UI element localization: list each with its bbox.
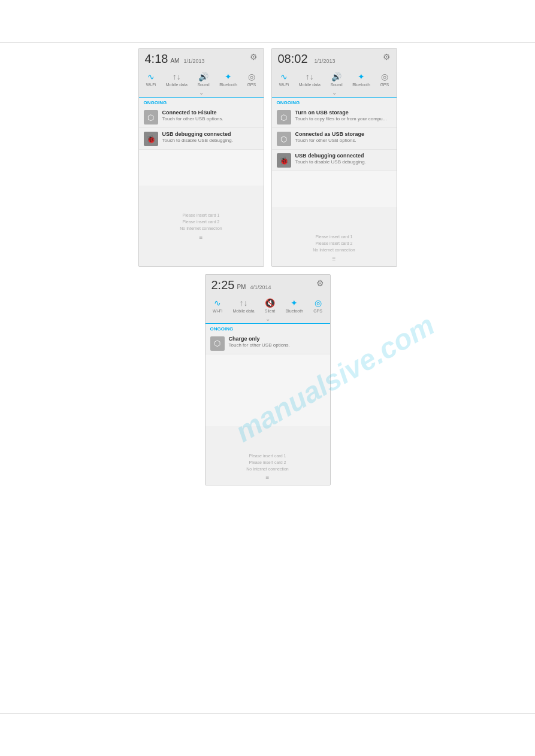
panel3-settings-icon[interactable]: ⚙ bbox=[316, 278, 324, 288]
panel3-notif-1[interactable]: ⬡ Charge only Touch for other USB option… bbox=[205, 333, 330, 354]
usb-icon-3: ⬡ bbox=[280, 113, 287, 122]
debug-icon: 🐞 bbox=[146, 135, 156, 144]
panel2-notif-1[interactable]: ⬡ Turn on USB storage Touch to copy file… bbox=[272, 107, 397, 128]
panel3-toggle-gps[interactable]: ◎ GPS bbox=[313, 298, 322, 313]
panel3-notif1-desc: Touch for other USB options. bbox=[229, 342, 325, 348]
panel3-time: 2:25 bbox=[211, 278, 235, 292]
panel2-footer-line1: Please insert card 1 bbox=[316, 235, 353, 239]
panel3-ampm: PM bbox=[237, 284, 246, 290]
panel1-toggle-wifi[interactable]: ∿ Wi-Fi bbox=[146, 72, 156, 87]
panel3-ongoing: ONGOING bbox=[205, 323, 330, 333]
panel2-toggle-sound[interactable]: 🔊 Sound bbox=[330, 72, 342, 87]
panel1-time: 4:18 bbox=[145, 52, 168, 66]
panel1-toggle-mobiledata[interactable]: ↑↓ Mobile data bbox=[166, 72, 188, 87]
panel2-toggle-bluetooth[interactable]: ✦ Bluetooth bbox=[352, 72, 370, 87]
panel1-menu-icon[interactable]: ≡ bbox=[144, 232, 259, 242]
usb-icon-5: ⬡ bbox=[214, 339, 220, 348]
panel3-toggle-silent[interactable]: 🔇 Silent bbox=[265, 298, 276, 313]
panel1-footer-line2: Please insert card 2 bbox=[183, 220, 220, 224]
panel1-notif-1[interactable]: ⬡ Connected to HiSuite Touch for other U… bbox=[139, 107, 264, 128]
panel2-date: 1/1/2013 bbox=[315, 58, 335, 64]
gps-icon-2: ◎ bbox=[381, 72, 388, 81]
panel1-notif1-body: Connected to HiSuite Touch for other USB… bbox=[162, 110, 259, 122]
wifi-icon-3: ∿ bbox=[214, 298, 221, 308]
toggle2-sound-label: Sound bbox=[330, 83, 342, 87]
panel1-footer-text: Please insert card 1 Please insert card … bbox=[144, 212, 259, 232]
panel2-footer-line3: No Internet connection bbox=[313, 248, 355, 252]
panel1-notif2-desc: Touch to disable USB debugging. bbox=[162, 138, 259, 143]
panel1-footer: Please insert card 1 Please insert card … bbox=[139, 210, 264, 245]
toggle3-gps-label: GPS bbox=[313, 309, 322, 313]
wifi-icon-2: ∿ bbox=[280, 72, 288, 81]
panel2-notif2-desc: Touch for other USB options. bbox=[295, 138, 392, 143]
panel2-notif2-body: Connected as USB storage Touch for other… bbox=[295, 131, 392, 143]
panel3-toggle-bluetooth[interactable]: ✦ Bluetooth bbox=[285, 298, 303, 313]
panel1-footer-line3: No Internet connection bbox=[180, 226, 222, 230]
panel1-footer-line1: Please insert card 1 bbox=[183, 213, 220, 217]
top-divider bbox=[0, 42, 535, 42]
panel3-row: 2:25 PM 4/1/2014 ⚙ ∿ Wi-Fi ↑↓ Mobile dat… bbox=[205, 274, 331, 486]
panel1-notif1-title: Connected to HiSuite bbox=[162, 110, 259, 116]
bluetooth-icon-2: ✦ bbox=[358, 72, 365, 81]
panel2-footer-line2: Please insert card 2 bbox=[316, 241, 353, 245]
panel3-menu-icon[interactable]: ≡ bbox=[210, 472, 325, 482]
phone-panel-1: 4:18 AM 1/1/2013 ⚙ ∿ Wi-Fi ↑↓ Mobile dat… bbox=[138, 48, 264, 267]
panel2-time: 08:02 bbox=[278, 52, 308, 66]
panel3-toggle-mobiledata[interactable]: ↑↓ Mobile data bbox=[232, 298, 254, 313]
panel1-notif2-body: USB debugging connected Touch to disable… bbox=[162, 131, 259, 143]
panel2-menu-icon[interactable]: ≡ bbox=[277, 254, 392, 264]
panel3-footer-text: Please insert card 1 Please insert card … bbox=[210, 453, 325, 473]
panels-top-row: 4:18 AM 1/1/2013 ⚙ ∿ Wi-Fi ↑↓ Mobile dat… bbox=[138, 48, 397, 267]
panel3-footer-line2: Please insert card 2 bbox=[249, 460, 286, 464]
panel1-toggles: ∿ Wi-Fi ↑↓ Mobile data 🔊 Sound ✦ Bluetoo… bbox=[139, 68, 264, 88]
panel3-footer-line1: Please insert card 1 bbox=[249, 454, 286, 458]
panel1-notif-2[interactable]: 🐞 USB debugging connected Touch to disab… bbox=[139, 128, 264, 150]
panel3-notif1-body: Charge only Touch for other USB options. bbox=[229, 336, 325, 348]
panel1-ongoing: ONGOING bbox=[139, 97, 264, 107]
panel2-toggle-gps[interactable]: ◎ GPS bbox=[380, 72, 389, 87]
panel2-notif-2[interactable]: ⬡ Connected as USB storage Touch for oth… bbox=[272, 128, 397, 150]
panel3-footer-line3: No Internet connection bbox=[246, 467, 288, 471]
usb-icon-4: ⬡ bbox=[280, 135, 287, 144]
panel3-notif1-title: Charge only bbox=[229, 336, 325, 342]
panel3-toggle-wifi[interactable]: ∿ Wi-Fi bbox=[213, 298, 222, 313]
panel2-notif3-body: USB debugging connected Touch to disable… bbox=[295, 153, 392, 165]
panel2-notif3-icon-wrap: 🐞 bbox=[277, 153, 291, 168]
panel2-settings-icon[interactable]: ⚙ bbox=[383, 52, 391, 62]
gps-icon: ◎ bbox=[248, 72, 255, 81]
mobiledata-icon-3: ↑↓ bbox=[240, 298, 248, 308]
toggle3-wifi-label: Wi-Fi bbox=[213, 309, 222, 313]
panel1-notif2-icon-wrap: 🐞 bbox=[144, 132, 158, 146]
panel2-notif-3[interactable]: 🐞 USB debugging connected Touch to disab… bbox=[272, 150, 397, 171]
panel2-ongoing: ONGOING bbox=[272, 97, 397, 107]
panel2-notif2-icon-wrap: ⬡ bbox=[277, 132, 291, 146]
panel1-notif1-desc: Touch for other USB options. bbox=[162, 116, 259, 122]
toggle2-wifi-label: Wi-Fi bbox=[279, 83, 289, 87]
bluetooth-icon: ✦ bbox=[225, 72, 232, 81]
panel1-settings-icon[interactable]: ⚙ bbox=[250, 52, 258, 62]
panel2-chevron[interactable]: ⌄ bbox=[272, 88, 397, 97]
panel3-notif1-icon-wrap: ⬡ bbox=[210, 336, 225, 351]
panel2-toggle-wifi[interactable]: ∿ Wi-Fi bbox=[279, 72, 289, 87]
panel1-toggle-bluetooth[interactable]: ✦ Bluetooth bbox=[219, 72, 237, 87]
panel2-notif1-title: Turn on USB storage bbox=[295, 110, 392, 116]
panel2-header: 08:02 1/1/2013 ⚙ bbox=[272, 48, 397, 68]
panel2-toggle-mobiledata[interactable]: ↑↓ Mobile data bbox=[299, 72, 321, 87]
toggle3-mobiledata-label: Mobile data bbox=[232, 309, 254, 313]
panel3-chevron[interactable]: ⌄ bbox=[205, 314, 330, 323]
toggle-bluetooth-label: Bluetooth bbox=[219, 83, 237, 87]
panel1-ampm: AM bbox=[170, 57, 179, 64]
toggle2-gps-label: GPS bbox=[380, 83, 389, 87]
panel2-footer: Please insert card 1 Please insert card … bbox=[272, 231, 397, 266]
panel2-notif1-desc: Touch to copy files to or from your comp… bbox=[295, 116, 392, 122]
wifi-icon: ∿ bbox=[147, 72, 155, 81]
panel1-chevron[interactable]: ⌄ bbox=[139, 88, 264, 97]
panel1-header: 4:18 AM 1/1/2013 ⚙ bbox=[139, 48, 264, 68]
sound-icon: 🔊 bbox=[198, 72, 208, 81]
panel3-toggles: ∿ Wi-Fi ↑↓ Mobile data 🔇 Silent ✦ Blueto… bbox=[205, 294, 330, 314]
panel1-toggle-sound[interactable]: 🔊 Sound bbox=[197, 72, 209, 87]
gps-icon-3: ◎ bbox=[315, 298, 322, 308]
mobiledata-icon-2: ↑↓ bbox=[306, 72, 314, 81]
panel1-toggle-gps[interactable]: ◎ GPS bbox=[247, 72, 256, 87]
panel3-header: 2:25 PM 4/1/2014 ⚙ bbox=[205, 275, 330, 294]
